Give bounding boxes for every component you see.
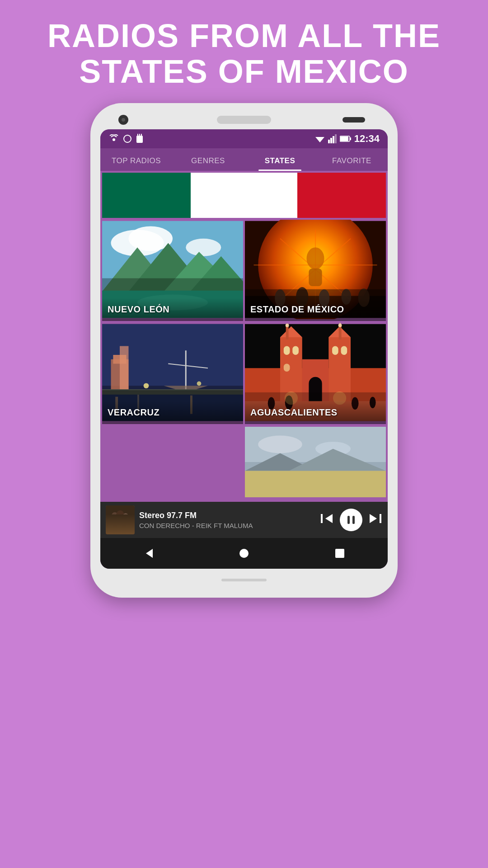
grid-item-nuevo-leon[interactable]: NUEVO LEÓN (102, 220, 243, 321)
grid-item-aguascalientes[interactable]: AGUASCALIENTES (245, 323, 386, 424)
wifi-icon (314, 134, 325, 143)
svg-rect-5 (141, 134, 142, 137)
svg-point-92 (116, 510, 124, 520)
content-grid: NUEVO LEÓN (100, 171, 388, 502)
phone-bottom (100, 575, 388, 585)
tab-genres[interactable]: GENRES (172, 148, 244, 171)
battery-icon (340, 135, 352, 142)
last-item-image (245, 426, 386, 498)
nuevo-leon-label: NUEVO LEÓN (102, 298, 243, 321)
svg-rect-4 (139, 134, 140, 137)
svg-point-31 (307, 248, 324, 270)
svg-rect-97 (347, 516, 350, 524)
svg-marker-99 (370, 514, 377, 523)
svg-rect-8 (330, 138, 332, 143)
flag-white (191, 173, 297, 218)
home-button[interactable] (235, 544, 253, 562)
aguascalientes-label: AGUASCALIENTES (245, 401, 386, 424)
svg-rect-96 (321, 514, 323, 523)
svg-rect-100 (380, 514, 381, 523)
player-controls (320, 509, 382, 531)
svg-rect-13 (340, 137, 348, 141)
svg-marker-101 (146, 549, 153, 558)
flag-green (102, 173, 191, 218)
svg-point-61 (286, 324, 289, 327)
play-pause-button[interactable] (340, 509, 362, 531)
tab-states[interactable]: STATES (244, 148, 316, 171)
svg-point-93 (122, 513, 129, 521)
back-button[interactable] (139, 544, 157, 562)
grid-item-mexico[interactable] (102, 173, 386, 218)
player-bar: Stereo 97.7 FM CON DERECHO - REIK FT MAL… (100, 502, 388, 538)
svg-marker-95 (325, 514, 333, 523)
status-right-icons: 12:34 (314, 133, 380, 145)
svg-point-53 (197, 382, 202, 386)
tab-favorite[interactable]: FAVORITE (316, 148, 388, 171)
time-display: 12:34 (354, 133, 380, 145)
bottom-nav (100, 538, 388, 569)
promo-title: RADIOS FROM ALL THE STATES OF MEXICO (20, 0, 468, 103)
svg-rect-94 (110, 521, 130, 534)
recent-button[interactable] (331, 544, 349, 562)
prev-button[interactable] (320, 512, 333, 528)
svg-rect-64 (284, 364, 290, 372)
svg-rect-63 (292, 346, 299, 355)
flag-red (297, 173, 386, 218)
phone-sensor (343, 117, 365, 123)
svg-point-102 (239, 549, 249, 558)
estado-mexico-label: ESTADO DE MÉXICO (245, 298, 386, 321)
player-info: Stereo 97.7 FM CON DERECHO - REIK FT MAL… (139, 511, 315, 529)
svg-rect-67 (339, 326, 342, 340)
phone-screen: 12:34 TOP RADIOS GENRES STATES FAVORITE (100, 129, 388, 569)
phone-frame: 12:34 TOP RADIOS GENRES STATES FAVORITE (90, 103, 398, 598)
svg-rect-60 (286, 326, 289, 340)
signal-icon (328, 134, 337, 143)
svg-rect-89 (245, 471, 386, 498)
player-station: Stereo 97.7 FM (139, 511, 315, 520)
svg-rect-7 (328, 140, 330, 143)
next-button[interactable] (369, 512, 382, 528)
grid-item-last[interactable] (245, 426, 386, 500)
circle-status-icon (123, 134, 132, 143)
svg-rect-90 (106, 505, 135, 534)
svg-rect-3 (137, 134, 138, 137)
svg-point-85 (258, 436, 302, 453)
phone-speaker (217, 116, 271, 124)
phone-camera (118, 115, 128, 125)
svg-rect-103 (335, 549, 344, 558)
sd-card-icon (136, 134, 144, 144)
svg-point-17 (186, 239, 221, 256)
player-thumbnail (106, 505, 135, 534)
svg-rect-10 (335, 134, 337, 143)
svg-rect-9 (333, 136, 334, 143)
phone-top (100, 116, 388, 124)
svg-rect-12 (350, 137, 351, 140)
nav-tabs: TOP RADIOS GENRES STATES FAVORITE (100, 148, 388, 171)
svg-point-0 (113, 138, 115, 141)
tab-top-radios[interactable]: TOP RADIOS (100, 148, 172, 171)
grid-item-veracruz[interactable]: VERACRUZ (102, 323, 243, 424)
home-indicator (221, 579, 267, 581)
svg-point-52 (144, 383, 149, 389)
svg-rect-32 (309, 269, 322, 286)
player-song: CON DERECHO - REIK FT MALUMA (139, 522, 315, 529)
svg-rect-62 (284, 346, 290, 355)
veracruz-label: VERACRUZ (102, 401, 243, 424)
svg-rect-71 (332, 346, 338, 355)
status-bar: 12:34 (100, 129, 388, 148)
player-art (106, 505, 135, 534)
svg-rect-98 (352, 516, 355, 524)
status-left-icons (108, 134, 144, 144)
svg-rect-2 (136, 136, 143, 143)
svg-marker-6 (315, 137, 324, 142)
svg-rect-72 (341, 346, 347, 355)
radio-icon (108, 134, 119, 143)
grid-item-estado-mexico[interactable]: ESTADO DE MÉXICO (245, 220, 386, 321)
svg-point-1 (124, 135, 131, 142)
svg-rect-44 (120, 346, 129, 395)
